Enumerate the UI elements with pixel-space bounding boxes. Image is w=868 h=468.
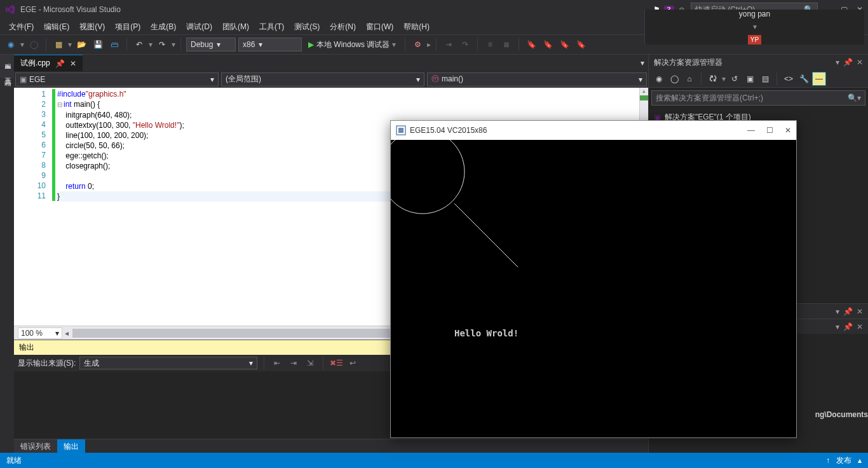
drawn-line bbox=[454, 203, 518, 267]
save-all-button[interactable]: 🗃 bbox=[107, 38, 121, 52]
menu-help[interactable]: 帮助(H) bbox=[398, 20, 435, 34]
bookmark-2-button[interactable]: 🔖 bbox=[541, 38, 555, 52]
platform-dropdown[interactable]: x86▾ bbox=[238, 38, 302, 52]
menu-tools[interactable]: 工具(T) bbox=[254, 20, 289, 34]
toolbox-tab[interactable]: 工具箱 bbox=[0, 69, 14, 78]
member-combo[interactable]: ⓜmain()▾ bbox=[427, 72, 647, 86]
menu-bar: 文件(F) 编辑(E) 视图(V) 项目(P) 生成(B) 调试(D) 团队(M… bbox=[0, 19, 868, 34]
publish-arrow-icon[interactable]: ↑ bbox=[826, 456, 830, 465]
window-title: EGE - Microsoft Visual Studio bbox=[20, 5, 121, 14]
menu-window[interactable]: 窗口(W) bbox=[361, 20, 398, 34]
outdent-button[interactable]: ≡ bbox=[483, 38, 497, 52]
output-btn-3[interactable]: ⇲ bbox=[304, 357, 316, 369]
user-name[interactable]: yong pan bbox=[739, 10, 770, 18]
zoom-dropdown[interactable]: 100 %▾ bbox=[18, 327, 62, 339]
drawn-text: Hello Wrold! bbox=[454, 328, 519, 338]
start-debug-button[interactable]: ▶ 本地 Windows 调试器 ▾ bbox=[304, 39, 400, 50]
ege-maximize-button[interactable]: ☐ bbox=[766, 126, 773, 135]
refresh-icon[interactable]: 🗘 bbox=[707, 72, 719, 85]
publish-button[interactable]: 发布 bbox=[836, 455, 851, 466]
config-dropdown[interactable]: Debug▾ bbox=[186, 38, 236, 52]
vs-logo-icon bbox=[5, 4, 15, 15]
solution-explorer-toolbar: ◉ ◯ ⌂ 🗘▾ ↺ ▣ ▤ <> 🔧 — bbox=[649, 70, 868, 88]
tab-filename: 试例.cpp bbox=[20, 58, 50, 69]
sync-icon[interactable]: ↺ bbox=[728, 72, 741, 85]
back-icon[interactable]: ◉ bbox=[653, 72, 665, 85]
step-over-button[interactable]: ↷ bbox=[458, 38, 472, 52]
menu-project[interactable]: 项目(P) bbox=[110, 20, 146, 34]
step-into-button[interactable]: ⇥ bbox=[442, 38, 456, 52]
show-all-icon[interactable]: ▤ bbox=[759, 72, 771, 85]
menu-build[interactable]: 生成(B) bbox=[146, 20, 181, 34]
toggle-wrap-button[interactable]: ↩ bbox=[346, 357, 359, 369]
fwd-icon[interactable]: ◯ bbox=[668, 72, 681, 85]
scope-combo[interactable]: (全局范围)▾ bbox=[221, 72, 424, 86]
save-button[interactable]: 💾 bbox=[91, 38, 105, 52]
ege-close-button[interactable]: ✕ bbox=[785, 126, 791, 135]
output-source-label: 显示输出来源(S): bbox=[18, 358, 76, 369]
pin-icon[interactable]: 📌 bbox=[55, 59, 65, 68]
bookmark-4-button[interactable]: 🔖 bbox=[574, 38, 588, 52]
nav-fwd-button[interactable]: ◯ bbox=[27, 38, 41, 52]
clear-output-button[interactable]: ✖☰ bbox=[330, 357, 342, 369]
svg-rect-1 bbox=[398, 128, 403, 133]
pin-panel-icon[interactable]: 📌 bbox=[843, 58, 853, 67]
menu-debug[interactable]: 调试(D) bbox=[181, 20, 217, 34]
solution-search-input[interactable]: 搜索解决方案资源管理器(Ctrl+;) 🔍▾ bbox=[651, 90, 865, 106]
new-project-button[interactable]: ▦ bbox=[51, 38, 65, 52]
properties-icon[interactable]: 🔧 bbox=[797, 72, 810, 85]
path-fragment: ng\Documents bbox=[815, 410, 868, 419]
close-tab-icon[interactable]: ✕ bbox=[70, 59, 76, 68]
menu-test[interactable]: 测试(S) bbox=[289, 20, 325, 34]
preview-icon[interactable]: — bbox=[813, 72, 825, 85]
output-tab[interactable]: 输出 bbox=[57, 439, 85, 453]
menu-file[interactable]: 文件(F) bbox=[4, 20, 39, 34]
menu-edit[interactable]: 编辑(E) bbox=[39, 20, 74, 34]
menu-analyze[interactable]: 分析(N) bbox=[325, 20, 361, 34]
ege-output-window[interactable]: EGE15.04 VC2015x86 — ☐ ✕ Hello Wrold! bbox=[390, 120, 797, 438]
collapse-icon[interactable]: ▣ bbox=[743, 72, 756, 85]
play-icon: ▶ bbox=[308, 40, 314, 49]
output-source-combo[interactable]: 生成▾ bbox=[79, 357, 257, 369]
project-combo[interactable]: ▣EGE▾ bbox=[15, 72, 219, 86]
close-panel-icon[interactable]: ✕ bbox=[857, 58, 863, 67]
server-explorer-tab[interactable]: 服务器资源管理器 bbox=[0, 55, 14, 67]
bookmark-3-button[interactable]: 🔖 bbox=[557, 38, 571, 52]
document-tab[interactable]: 试例.cpp 📌 ✕ bbox=[14, 55, 83, 71]
publish-menu-icon[interactable]: ▴ bbox=[858, 456, 862, 465]
left-tool-rail: 服务器资源管理器 工具箱 bbox=[0, 55, 14, 453]
open-file-button[interactable]: 📂 bbox=[74, 38, 88, 52]
ege-minimize-button[interactable]: — bbox=[747, 126, 755, 135]
status-text: 就绪 bbox=[6, 455, 22, 466]
search-icon: 🔍▾ bbox=[848, 93, 861, 102]
indent-button[interactable]: ≣ bbox=[499, 38, 513, 52]
ege-window-title: EGE15.04 VC2015x86 bbox=[410, 126, 747, 135]
nav-back-button[interactable]: ◉ bbox=[4, 38, 18, 52]
ege-canvas: Hello Wrold! bbox=[391, 140, 796, 437]
undo-button[interactable]: ↶ bbox=[132, 38, 146, 52]
menu-team[interactable]: 团队(M) bbox=[217, 20, 254, 34]
output-btn-1[interactable]: ⇤ bbox=[271, 357, 283, 369]
drawn-circle bbox=[391, 140, 465, 214]
tab-overflow-icon[interactable]: ▾ bbox=[641, 59, 644, 67]
bookmark-1-button[interactable]: 🔖 bbox=[524, 38, 538, 52]
scroll-left-icon[interactable]: ◂ bbox=[65, 329, 69, 338]
change-markers bbox=[52, 88, 57, 326]
panel-menu-icon[interactable]: ▾ bbox=[836, 58, 839, 67]
process-button[interactable]: ⚙ bbox=[410, 38, 424, 52]
document-tab-well: 试例.cpp 📌 ✕ ▾ bbox=[14, 55, 648, 71]
ege-app-icon bbox=[396, 125, 406, 135]
chevron-down-icon[interactable]: ▾ bbox=[753, 22, 757, 31]
ege-titlebar[interactable]: EGE15.04 VC2015x86 — ☐ ✕ bbox=[391, 121, 796, 140]
menu-view[interactable]: 视图(V) bbox=[74, 20, 110, 34]
solution-explorer-title: 解决方案资源管理器 ▾📌✕ bbox=[649, 55, 868, 70]
error-list-tab[interactable]: 错误列表 bbox=[14, 439, 57, 453]
output-tab-strip: 错误列表 输出 bbox=[14, 439, 648, 453]
line-numbers: 1234567891011 bbox=[14, 88, 52, 326]
redo-button[interactable]: ↷ bbox=[155, 38, 169, 52]
output-btn-2[interactable]: ⇥ bbox=[287, 357, 300, 369]
user-avatar[interactable]: YP bbox=[748, 35, 761, 45]
home-icon[interactable]: ⌂ bbox=[683, 72, 696, 85]
status-bar: 就绪 ↑ 发布 ▴ bbox=[0, 453, 868, 468]
code-view-icon[interactable]: <> bbox=[782, 72, 795, 85]
